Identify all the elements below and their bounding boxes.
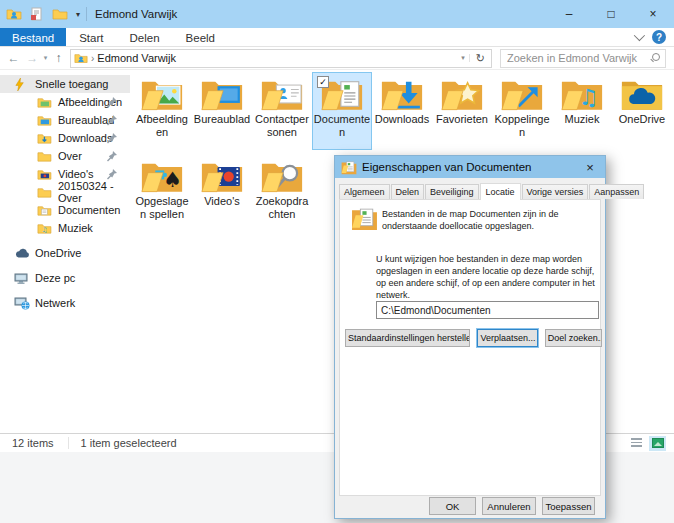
- pin-icon: [106, 150, 118, 162]
- file-label: Koppelingen: [493, 113, 551, 139]
- file-tile-zoekopdrachten[interactable]: Zoekopdrachten: [252, 154, 312, 232]
- sidebar-item-onedrive[interactable]: OneDrive: [0, 244, 130, 262]
- folder-icon: ♫: [37, 222, 53, 235]
- saved-games-folder-icon: ♠: [139, 157, 185, 195]
- sidebar-item-afbeeldingen[interactable]: Afbeeldingen: [0, 93, 130, 111]
- sidebar-item-label: Downloads: [58, 132, 112, 144]
- ribbon-tab-bestand[interactable]: Bestand: [0, 28, 66, 46]
- file-tile-koppelingen[interactable]: Koppelingen: [492, 72, 552, 150]
- forward-icon[interactable]: →: [25, 51, 40, 65]
- sidebar-item-over[interactable]: Over: [0, 147, 130, 165]
- restore-defaults-button[interactable]: Standaardinstellingen herstellen: [345, 329, 470, 347]
- file-tile-muziek[interactable]: ♫ Muziek: [552, 72, 612, 150]
- file-tile-favorieten[interactable]: Favorieten: [432, 72, 492, 150]
- pictures-folder-icon: [139, 75, 185, 113]
- lightning-icon: [14, 78, 30, 91]
- desktop-folder-icon: [199, 75, 245, 113]
- sidebar-item-20150324-over[interactable]: 20150324 - Over: [0, 183, 130, 201]
- file-tile-contactpersonen[interactable]: Contactpersonen: [252, 72, 312, 150]
- ribbon-collapse-icon[interactable]: [634, 30, 645, 41]
- refresh-icon[interactable]: ↻: [472, 52, 489, 65]
- sidebar-item-bureaublad[interactable]: Bureaublad: [0, 111, 130, 129]
- svg-text:♫: ♫: [42, 226, 48, 234]
- apply-button[interactable]: Toepassen: [542, 497, 595, 515]
- file-label: Downloads: [373, 113, 431, 126]
- dialog-tab-algemeen[interactable]: Algemeen: [339, 184, 390, 199]
- selection-checkbox[interactable]: ✓: [317, 76, 329, 88]
- navigation-pane: Snelle toegang Afbeeldingen Bureaublad D…: [0, 70, 130, 433]
- file-label: Video's: [193, 195, 251, 208]
- history-dropdown-icon[interactable]: ▾: [44, 54, 48, 62]
- links-folder-icon: [499, 75, 545, 113]
- selection-count: 1 item geselecteerd: [68, 437, 177, 449]
- dialog-tab-aanpassen[interactable]: Aanpassen: [589, 184, 644, 199]
- searches-folder-icon: [259, 157, 305, 195]
- file-label: Opgeslagen spellen: [133, 195, 191, 221]
- sidebar-item-snelle-toegang[interactable]: Snelle toegang: [0, 75, 130, 93]
- cancel-button[interactable]: Annuleren: [482, 497, 536, 515]
- pin-icon: [106, 168, 118, 180]
- ribbon-tab-beeld[interactable]: Beeld: [173, 28, 228, 46]
- sidebar-item-documenten[interactable]: Documenten: [0, 201, 130, 219]
- qat-properties-icon[interactable]: [29, 7, 45, 21]
- breadcrumb-chevron-icon: ›: [91, 53, 94, 64]
- address-dropdown-icon[interactable]: ▾: [457, 54, 470, 62]
- dialog-footer: OK Annuleren Toepassen: [335, 497, 605, 515]
- sidebar-item-netwerk[interactable]: Netwerk: [0, 294, 130, 312]
- details-view-icon[interactable]: [628, 436, 645, 451]
- ribbon-tab-delen[interactable]: Delen: [117, 28, 173, 46]
- downloads-folder-icon: [379, 75, 425, 113]
- dialog-action-buttons: Standaardinstellingen herstellen Verplaa…: [345, 329, 602, 347]
- ribbon-tab-start[interactable]: Start: [66, 28, 116, 46]
- address-bar-row: ← → ▾ ↑ › Edmond Varwijk ▾ ↻: [0, 47, 674, 70]
- onedrive-folder-icon: [619, 75, 665, 113]
- network-icon: [14, 297, 30, 310]
- properties-dialog: Eigenschappen van Documenten × Algemeen …: [334, 155, 606, 519]
- documents-folder-small-icon: [351, 206, 378, 231]
- videos-folder-icon: [199, 157, 245, 195]
- move-button[interactable]: Verplaatsen...: [477, 329, 537, 347]
- dialog-tab-locatie[interactable]: Locatie: [480, 183, 521, 200]
- sidebar-item-downloads[interactable]: Downloads: [0, 129, 130, 147]
- window-controls: – □ ×: [548, 0, 674, 28]
- dialog-close-icon[interactable]: ×: [575, 156, 605, 178]
- file-tile-bureaublad[interactable]: Bureaublad: [192, 72, 252, 150]
- help-icon[interactable]: ?: [652, 30, 666, 44]
- file-tile-opgeslagen-spellen[interactable]: ♠ Opgeslagen spellen: [132, 154, 192, 232]
- item-count: 12 items: [12, 437, 54, 449]
- file-tile-downloads[interactable]: Downloads: [372, 72, 432, 150]
- svg-text:♫: ♫: [579, 84, 599, 110]
- dialog-title: Eigenschappen van Documenten: [362, 161, 531, 173]
- find-target-button[interactable]: Doel zoeken...: [545, 329, 602, 347]
- breadcrumb-location[interactable]: Edmond Varwijk: [97, 52, 176, 64]
- back-icon[interactable]: ←: [6, 51, 21, 65]
- minimize-button[interactable]: –: [548, 0, 590, 28]
- dialog-tab-page: Bestanden in de map Documenten zijn in d…: [339, 199, 601, 496]
- sidebar-item-deze-pc[interactable]: Deze pc: [0, 269, 130, 287]
- sidebar-item-muziek[interactable]: ♫ Muziek: [0, 219, 130, 237]
- file-label: Documenten: [313, 113, 371, 139]
- close-button[interactable]: ×: [632, 0, 674, 28]
- file-tile-videos[interactable]: Video's: [192, 154, 252, 232]
- file-label: Favorieten: [433, 113, 491, 126]
- file-tile-documenten[interactable]: ✓ Documenten: [312, 72, 372, 150]
- search-box: [500, 49, 666, 68]
- breadcrumb-user-folder-icon: [74, 52, 88, 64]
- dialog-tab-delen[interactable]: Delen: [391, 184, 425, 199]
- qat-customize-dropdown-icon[interactable]: ▾: [76, 10, 80, 19]
- maximize-button[interactable]: □: [590, 0, 632, 28]
- dialog-tab-vorige-versies[interactable]: Vorige versies: [522, 184, 589, 199]
- dialog-description-text: U kunt wijzigen hoe bestanden in deze ma…: [376, 253, 602, 301]
- address-box[interactable]: › Edmond Varwijk ▾ ↻: [70, 49, 492, 68]
- dialog-tab-beveiliging[interactable]: Beveiliging: [425, 184, 479, 199]
- file-tile-afbeeldingen[interactable]: Afbeeldingen: [132, 72, 192, 150]
- up-icon[interactable]: ↑: [51, 51, 66, 65]
- search-input[interactable]: [507, 52, 649, 64]
- thumbnails-view-icon[interactable]: [649, 436, 666, 451]
- qat-new-folder-icon[interactable]: [52, 7, 68, 21]
- ok-button[interactable]: OK: [429, 497, 476, 515]
- target-path-input[interactable]: [376, 301, 599, 319]
- file-tile-onedrive[interactable]: OneDrive: [612, 72, 672, 150]
- folder-icon: [37, 96, 53, 109]
- onedrive-cloud-icon: [14, 247, 30, 260]
